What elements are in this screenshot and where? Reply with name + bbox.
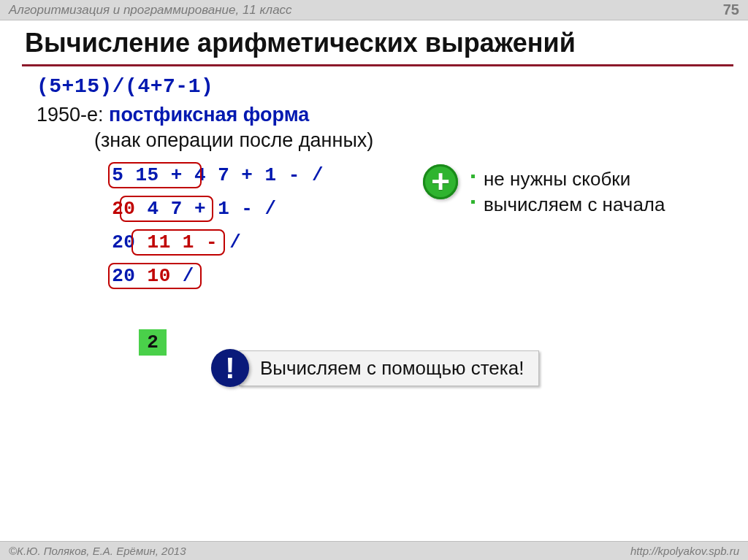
advantage-item: не нужны скобки [470, 166, 665, 192]
final-result: 2 [139, 329, 167, 356]
highlight-box [131, 229, 225, 256]
step-4: 20 10 / [88, 263, 366, 296]
step-1-rest: 4 7 + 1 - / [183, 164, 324, 186]
footer-url: http://kpolyakov.spb.ru [630, 545, 739, 557]
callout: ! Вычисляем с помощью стека! [211, 349, 539, 387]
step-1: 5 15 + 4 7 + 1 - / [88, 162, 366, 196]
intro-line: 1950-е: постфиксная форма [25, 102, 726, 129]
intro-years: 1950-е [37, 104, 98, 126]
slide-content: (5+15)/(4+7-1) 1950-е: постфиксная форма… [0, 74, 748, 367]
intro-colon: : [98, 104, 104, 126]
copyright-symbol: © [9, 545, 17, 557]
intro-subtitle: (знак операции после данных) [25, 129, 726, 162]
highlight-box [108, 263, 202, 289]
exclamation-icon: ! [211, 349, 249, 387]
highlight-box [108, 162, 202, 188]
page-number: 75 [723, 1, 739, 18]
intro-term: постфиксная форма [109, 104, 309, 126]
header-bar: Алгоритмизация и программирование, 11 кл… [0, 0, 748, 20]
advantage-item: вычисляем с начала [470, 192, 665, 218]
infix-expression: (5+15)/(4+7-1) [25, 74, 726, 102]
footer-authors: К.Ю. Поляков, Е.А. Ерёмин, 2013 [17, 545, 186, 557]
postfix-steps: 5 15 + 4 7 + 1 - / 20 4 7 + 1 - / 20 11 … [88, 162, 366, 296]
step-2-rest: 1 - / [206, 198, 277, 220]
title-underline [22, 64, 733, 66]
advantages-list: не нужны скобки вычисляем с начала [470, 166, 665, 218]
page-title: Вычисление арифметических выражений [0, 20, 748, 61]
callout-text: Вычисляем с помощью стека! [239, 350, 539, 386]
footer-bar: © К.Ю. Поляков, Е.А. Ерёмин, 2013 http:/… [0, 541, 748, 560]
step-2: 20 4 7 + 1 - / [88, 196, 366, 229]
step-3: 20 11 1 - / [88, 229, 366, 263]
course-label: Алгоритмизация и программирование, 11 кл… [9, 3, 292, 18]
plus-icon: + [423, 164, 458, 199]
highlight-box [120, 196, 213, 222]
work-area: 5 15 + 4 7 + 1 - / 20 4 7 + 1 - / 20 11 … [25, 162, 726, 367]
